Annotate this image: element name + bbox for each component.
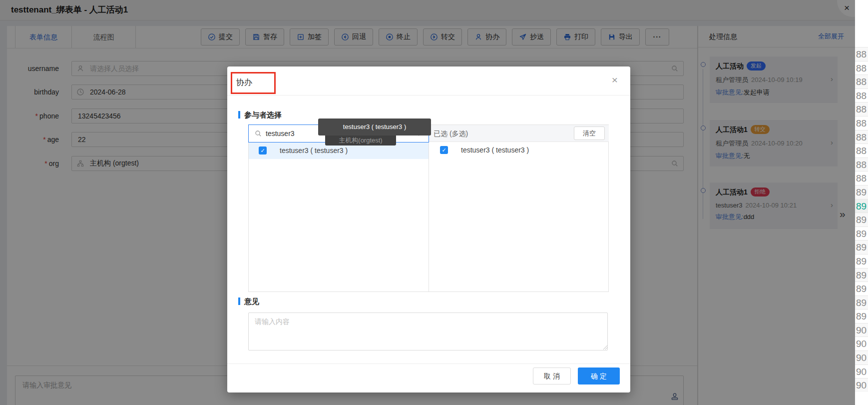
opinion-section-title: 意见 <box>238 297 259 306</box>
participants-section-title: 参与者选择 <box>238 110 282 120</box>
divider <box>227 95 630 96</box>
row-number: 88 <box>855 74 868 88</box>
row-number: 89 <box>855 226 868 240</box>
row-number: 88 <box>855 116 868 130</box>
checkbox-checked-icon[interactable]: ✓ <box>440 146 448 154</box>
row-number-column: 88 88 88 88 88 88 88 88 88 88 89 89 <box>855 47 868 392</box>
row-number: 88 <box>855 144 868 158</box>
clear-button[interactable]: 清空 <box>574 126 605 140</box>
row-number: 89 <box>855 199 868 213</box>
screenshot-stage: testtenant_绑表单 - 人工活动1 × 表单信息 流程图 提交 暂存 <box>0 0 868 405</box>
dialog-close-icon[interactable]: × <box>612 74 618 86</box>
background-window-strip: 88 88 88 88 88 88 88 88 88 88 89 89 <box>855 0 868 405</box>
opinion-textarea[interactable] <box>248 312 608 350</box>
row-number: 89 <box>855 309 868 323</box>
row-number: 88 <box>855 88 868 102</box>
row-number: 88 <box>855 158 868 172</box>
row-number: 88 <box>855 102 868 116</box>
confirm-button[interactable]: 确 定 <box>578 368 620 384</box>
row-number: 90 <box>855 350 868 364</box>
row-number: 89 <box>855 268 868 282</box>
row-number: 89 <box>855 240 868 254</box>
selected-header-label: 已选 (多选) <box>434 125 468 142</box>
row-number: 90 <box>855 364 868 378</box>
row-number: 90 <box>855 378 868 392</box>
row-number: 89 <box>855 254 868 268</box>
row-number: 89 <box>855 185 868 199</box>
search-icon <box>254 130 262 140</box>
participant-transfer: ✓ testuser3 ( testuser3 ) 已选 (多选) 清空 ✓ t… <box>248 124 609 292</box>
row-number: 88 <box>855 171 868 185</box>
selected-participant-label: testuser3 ( testuser3 ) <box>461 142 529 158</box>
divider <box>227 364 630 364</box>
checkbox-checked-icon[interactable]: ✓ <box>259 146 267 154</box>
row-number: 88 <box>855 47 868 61</box>
row-number: 89 <box>855 282 868 296</box>
row-number: 89 <box>855 212 868 226</box>
cancel-button[interactable]: 取 消 <box>533 368 571 384</box>
row-number: 88 <box>855 61 868 75</box>
participant-tooltip: testuser3 ( testuser3 ) <box>318 118 431 136</box>
row-number: 89 <box>855 296 868 310</box>
section-accent-bar <box>238 298 240 305</box>
selected-list-header: 已选 (多选) 清空 <box>429 125 609 142</box>
section-accent-bar <box>238 111 240 118</box>
selected-participant-row[interactable]: ✓ testuser3 ( testuser3 ) <box>429 142 609 158</box>
row-number: 88 <box>855 130 868 144</box>
row-number: 90 <box>855 336 868 350</box>
red-annotation-box <box>231 72 276 94</box>
participant-source-list: ✓ testuser3 ( testuser3 ) <box>249 125 429 292</box>
co-assist-dialog: 协办 × 参与者选择 ✓ testuser3 ( testuser3 ) 已选 … <box>227 66 630 392</box>
selected-participants-list: 已选 (多选) 清空 ✓ testuser3 ( testuser3 ) <box>429 125 609 292</box>
row-number: 90 <box>855 323 868 337</box>
